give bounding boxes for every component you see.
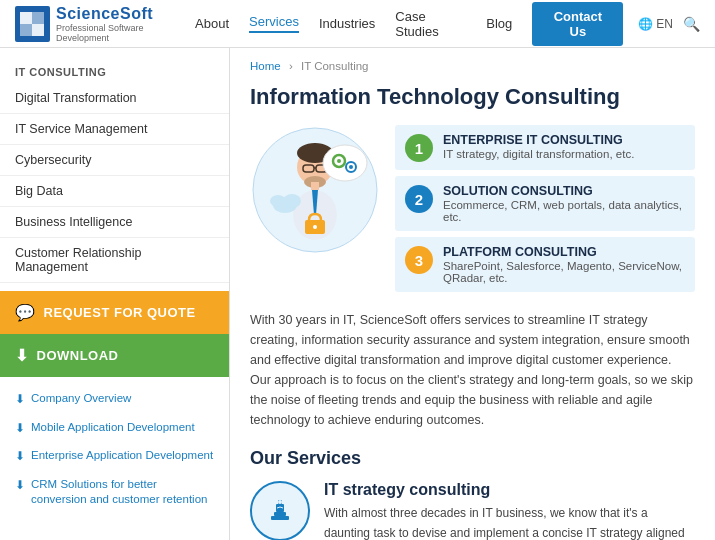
download-item-4[interactable]: ⬇ CRM Solutions for better conversion an… bbox=[0, 471, 229, 513]
illustration bbox=[250, 125, 380, 292]
breadcrumb-separator: › bbox=[289, 60, 293, 72]
download-item-3[interactable]: ⬇ Enterprise Application Development bbox=[0, 442, 229, 471]
breadcrumb-home[interactable]: Home bbox=[250, 60, 281, 72]
card-number-1: 1 bbox=[405, 134, 433, 162]
svg-point-22 bbox=[349, 165, 353, 169]
svg-rect-28 bbox=[271, 516, 289, 520]
main-content: Home › IT Consulting Information Technol… bbox=[230, 48, 715, 540]
logo-text: ScienceSoft Professional Software Develo… bbox=[56, 5, 195, 43]
download-icon: ⬇ bbox=[15, 346, 29, 365]
download-arrow-icon: ⬇ bbox=[15, 392, 25, 408]
svg-rect-3 bbox=[32, 24, 44, 36]
logo-name: ScienceSoft bbox=[56, 5, 195, 23]
card-desc-2: Ecommerce, CRM, web portals, data analyt… bbox=[443, 199, 685, 223]
svg-point-16 bbox=[337, 159, 341, 163]
consulting-cards: 1 ENTERPRISE IT CONSULTING IT strategy, … bbox=[395, 125, 695, 292]
nav-case-studies[interactable]: Case Studies bbox=[395, 9, 466, 39]
logo-subtitle: Professional Software Development bbox=[56, 23, 195, 43]
download-item-label-4: CRM Solutions for better conversion and … bbox=[31, 477, 214, 507]
consult-card-3: 3 PLATFORM CONSULTING SharePoint, Salesf… bbox=[395, 237, 695, 292]
svg-point-24 bbox=[313, 225, 317, 229]
download-item-2[interactable]: ⬇ Mobile Application Development bbox=[0, 414, 229, 443]
header: ScienceSoft Professional Software Develo… bbox=[0, 0, 715, 48]
svg-point-32 bbox=[278, 500, 282, 504]
rfq-icon: 💬 bbox=[15, 303, 36, 322]
svg-rect-29 bbox=[274, 512, 286, 516]
card-text-1: ENTERPRISE IT CONSULTING IT strategy, di… bbox=[443, 133, 634, 160]
rfq-label: REQUEST FOR QUOTE bbox=[44, 305, 196, 320]
sidebar-item-digital[interactable]: Digital Transformation bbox=[0, 83, 229, 114]
download-button[interactable]: ⬇ DOWNLOAD bbox=[0, 334, 229, 377]
download-arrow-icon-3: ⬇ bbox=[15, 449, 25, 465]
svg-rect-1 bbox=[32, 12, 44, 24]
breadcrumb: Home › IT Consulting bbox=[250, 60, 695, 72]
download-label: DOWNLOAD bbox=[37, 348, 119, 363]
our-services-title: Our Services bbox=[250, 448, 695, 469]
lang-label: EN bbox=[656, 17, 673, 31]
service-title-strategy: IT strategy consulting bbox=[324, 481, 695, 499]
card-title-2: SOLUTION CONSULTING bbox=[443, 184, 685, 198]
sidebar-item-bi[interactable]: Business Intelligence bbox=[0, 207, 229, 238]
header-right: 🌐 EN 🔍 bbox=[638, 16, 700, 32]
card-text-3: PLATFORM CONSULTING SharePoint, Salesfor… bbox=[443, 245, 685, 284]
card-desc-1: IT strategy, digital transformation, etc… bbox=[443, 148, 634, 160]
download-item-label-2: Mobile Application Development bbox=[31, 420, 195, 435]
svg-point-27 bbox=[270, 195, 286, 207]
sidebar-item-itsm[interactable]: IT Service Management bbox=[0, 114, 229, 145]
download-item-1[interactable]: ⬇ Company Overview bbox=[0, 385, 229, 414]
logo: ScienceSoft Professional Software Develo… bbox=[15, 5, 195, 43]
download-item-label-1: Company Overview bbox=[31, 391, 131, 406]
card-number-3: 3 bbox=[405, 246, 433, 274]
language-selector[interactable]: 🌐 EN bbox=[638, 17, 673, 31]
download-arrow-icon-4: ⬇ bbox=[15, 478, 25, 494]
card-title-1: ENTERPRISE IT CONSULTING bbox=[443, 133, 634, 147]
consulting-area: 1 ENTERPRISE IT CONSULTING IT strategy, … bbox=[250, 125, 695, 292]
page-title: Information Technology Consulting bbox=[250, 84, 695, 110]
sidebar-item-cybersecurity[interactable]: Cybersecurity bbox=[0, 145, 229, 176]
download-items: ⬇ Company Overview ⬇ Mobile Application … bbox=[0, 377, 229, 521]
sidebar-item-crm[interactable]: Customer Relationship Management bbox=[0, 238, 229, 283]
main-nav: About Services Industries Case Studies B… bbox=[195, 2, 623, 46]
card-desc-3: SharePoint, Salesforce, Magento, Service… bbox=[443, 260, 685, 284]
svg-rect-11 bbox=[311, 182, 319, 190]
service-desc-strategy: With almost three decades in IT business… bbox=[324, 504, 695, 540]
service-icon-strategy bbox=[250, 481, 310, 540]
nav-industries[interactable]: Industries bbox=[319, 16, 375, 31]
consult-card-2: 2 SOLUTION CONSULTING Ecommerce, CRM, we… bbox=[395, 176, 695, 231]
card-number-2: 2 bbox=[405, 185, 433, 213]
sidebar-item-bigdata[interactable]: Big Data bbox=[0, 176, 229, 207]
globe-icon: 🌐 bbox=[638, 17, 653, 31]
nav-services[interactable]: Services bbox=[249, 14, 299, 33]
nav-about[interactable]: About bbox=[195, 16, 229, 31]
service-item-strategy: IT strategy consulting With almost three… bbox=[250, 481, 695, 540]
service-text-strategy: IT strategy consulting With almost three… bbox=[324, 481, 695, 540]
download-item-label-3: Enterprise Application Development bbox=[31, 448, 213, 463]
breadcrumb-current: IT Consulting bbox=[301, 60, 369, 72]
nav-blog[interactable]: Blog bbox=[486, 16, 512, 31]
logo-icon bbox=[15, 6, 50, 42]
svg-rect-0 bbox=[20, 12, 32, 24]
main-description: With 30 years in IT, ScienceSoft offers … bbox=[250, 310, 695, 430]
search-icon[interactable]: 🔍 bbox=[683, 16, 700, 32]
consult-card-1: 1 ENTERPRISE IT CONSULTING IT strategy, … bbox=[395, 125, 695, 170]
download-arrow-icon-2: ⬇ bbox=[15, 421, 25, 437]
main-layout: IT CONSULTING Digital Transformation IT … bbox=[0, 48, 715, 540]
contact-button[interactable]: Contact Us bbox=[532, 2, 623, 46]
svg-rect-2 bbox=[20, 24, 32, 36]
card-text-2: SOLUTION CONSULTING Ecommerce, CRM, web … bbox=[443, 184, 685, 223]
card-title-3: PLATFORM CONSULTING bbox=[443, 245, 685, 259]
sidebar: IT CONSULTING Digital Transformation IT … bbox=[0, 48, 230, 540]
request-for-quote-button[interactable]: 💬 REQUEST FOR QUOTE bbox=[0, 291, 229, 334]
sidebar-section-title: IT CONSULTING bbox=[0, 58, 229, 83]
